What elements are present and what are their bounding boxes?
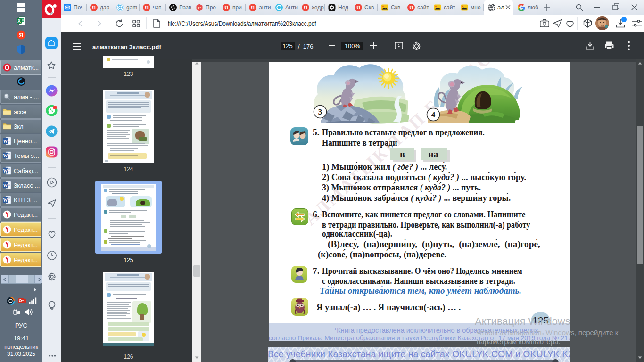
svg-text:Я: Я (356, 5, 360, 10)
svg-text:Я: Я (145, 5, 149, 10)
svg-text:Я: Я (224, 5, 228, 10)
svg-text:4: 4 (431, 110, 436, 119)
svg-text:W: W (3, 168, 8, 173)
svg-text:W: W (3, 197, 8, 203)
svg-text:X: X (17, 18, 21, 24)
svg-text:W: W (3, 139, 8, 144)
svg-text:W: W (3, 153, 8, 158)
svg-text:Я: Я (409, 5, 413, 10)
svg-text:3: 3 (318, 107, 322, 116)
svg-text:Я: Я (251, 5, 255, 10)
svg-text:Я: Я (92, 5, 96, 10)
svg-text:Я: Я (304, 5, 307, 10)
svg-text:W: W (3, 183, 8, 188)
svg-text:P: P (198, 5, 201, 10)
svg-text:Я: Я (19, 32, 23, 39)
